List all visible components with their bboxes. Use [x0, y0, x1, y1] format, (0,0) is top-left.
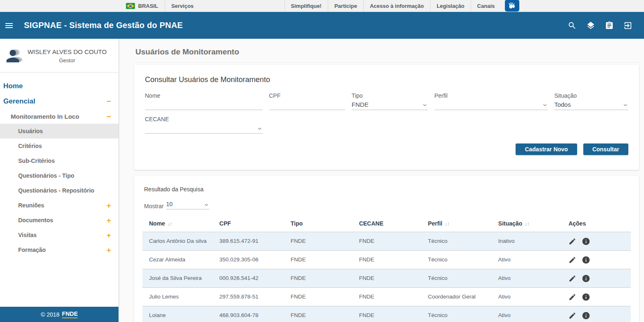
sidebar-item[interactable]: Questionários - Tipo	[0, 168, 118, 183]
chevron-down-icon	[257, 126, 263, 132]
chevron-down-icon	[204, 202, 209, 208]
gov-link[interactable]: Simplifique!	[284, 0, 328, 12]
expand-toggle-icon: −	[107, 113, 111, 120]
cell-nome: Cezar Almeida	[142, 251, 213, 269]
page-size-select[interactable]: 10	[166, 201, 209, 209]
info-icon[interactable]	[582, 256, 590, 264]
show-label: Mostrar	[144, 203, 163, 209]
logout-icon[interactable]	[623, 21, 632, 30]
column-label: Nome	[149, 220, 165, 227]
vlibras-accessibility-button[interactable]	[505, 0, 519, 12]
situacao-select[interactable]: Situação Todos	[554, 92, 628, 110]
sidebar-footer: © 2018 FNDE	[0, 307, 118, 322]
perfil-label: Perfil	[434, 92, 548, 100]
info-icon[interactable]	[582, 274, 590, 283]
sidebar-item[interactable]: Critérios	[0, 139, 118, 153]
sidebar-item[interactable]: Documentos +	[0, 213, 118, 228]
cpf-label: CPF	[269, 92, 345, 100]
cell-cpf: 297.559.878-51	[213, 288, 284, 306]
sidebar-item[interactable]: Reuniões +	[0, 198, 118, 213]
brasil-gov-link[interactable]: BRASIL	[125, 0, 165, 12]
situacao-value: Todos	[554, 101, 571, 108]
sort-icon[interactable]: ↓↑	[168, 221, 172, 227]
column-header[interactable]: CPF↓↑	[213, 215, 284, 232]
sidebar-item[interactable]: Questionários - Repositório	[0, 183, 118, 198]
app-title: SIGPNAE - Sistema de Gestão do PNAE	[24, 21, 183, 30]
sidebar-item[interactable]: Sub-Critérios	[0, 153, 118, 168]
column-header[interactable]: Perfil↓↑	[421, 215, 491, 232]
edit-icon[interactable]	[568, 237, 576, 245]
fnde-link[interactable]: FNDE	[62, 310, 78, 318]
sidebar-item[interactable]: Monitoramento In Loco −	[0, 109, 118, 124]
menu-icon[interactable]	[4, 21, 14, 31]
app-header: SIGPNAE - Sistema de Gestão do PNAE	[0, 12, 644, 39]
tipo-select[interactable]: Tipo FNDE	[352, 92, 428, 110]
info-icon[interactable]	[582, 311, 590, 320]
layers-icon[interactable]	[586, 21, 595, 30]
user-avatar-icon	[3, 47, 22, 66]
cadastrar-novo-button[interactable]: Cadastrar Novo	[516, 143, 577, 155]
consultar-button[interactable]: Consultar	[583, 143, 628, 155]
cell-tipo: FNDE	[284, 232, 353, 251]
cecane-label: CECANE	[145, 116, 263, 123]
nome-field[interactable]: Nome	[145, 92, 263, 110]
sort-icon[interactable]: ↓↑	[525, 221, 529, 227]
info-icon[interactable]	[582, 237, 590, 246]
sidebar-item[interactable]: Visitas +	[0, 228, 118, 242]
results-table: Nome↓↑ CPF↓↑ Tipo↓↑ CEC	[142, 215, 631, 322]
gov-link[interactable]: Serviços	[165, 0, 200, 12]
column-header[interactable]: Ações↓↑	[562, 215, 631, 232]
cecane-select[interactable]: CECANE	[145, 116, 263, 134]
edit-icon[interactable]	[568, 275, 576, 282]
chevron-down-icon	[623, 102, 628, 108]
column-label: Perfil	[428, 220, 442, 227]
sidebar-item[interactable]: Usuários	[0, 124, 118, 139]
search-card: Consultar Usuários de Monitoramento Nome…	[134, 65, 639, 170]
search-icon[interactable]	[568, 21, 577, 30]
cell-situacao: Inativo	[492, 232, 562, 251]
nome-label: Nome	[145, 92, 263, 100]
sidebar-item-label: Reuniões	[18, 202, 44, 209]
cell-cpf: 350.029.305-06	[213, 251, 284, 269]
sort-icon[interactable]: ↓↑	[445, 221, 449, 227]
cell-situacao: Ativo	[492, 251, 562, 269]
cell-perfil: Técnico	[421, 306, 491, 322]
results-card: Resultado da Pesquisa Mostrar 10	[134, 176, 639, 322]
tipo-value: FNDE	[352, 101, 369, 108]
column-label: Tipo	[291, 220, 303, 227]
gov-link[interactable]: Acesso à informação	[363, 0, 430, 12]
sidebar-item[interactable]: Home	[0, 78, 118, 94]
column-header[interactable]: Situação↓↑	[492, 215, 562, 232]
cell-tipo: FNDE	[284, 288, 353, 306]
sidebar-item-label: Critérios	[18, 143, 42, 149]
cpf-field[interactable]: CPF	[269, 92, 345, 110]
gov-link[interactable]: Participe	[328, 0, 363, 12]
table-row: Cezar Almeida 350.029.305-06 FNDE FNDE T…	[142, 251, 631, 269]
column-header[interactable]: Nome↓↑	[142, 215, 213, 232]
brazil-flag-icon	[126, 3, 135, 9]
edit-icon[interactable]	[568, 256, 576, 264]
cell-nome: José da Silva Pereira	[142, 269, 213, 288]
cell-cecane: FNDE	[353, 232, 421, 251]
clipboard-icon[interactable]	[605, 21, 614, 30]
gov-link[interactable]: Canais	[471, 0, 501, 12]
gov-link[interactable]: Legislação	[430, 0, 471, 12]
column-header[interactable]: Tipo↓↑	[284, 215, 353, 232]
sidebar-item-label: Questionários - Repositório	[18, 187, 94, 194]
sidebar: WISLEY ALVES DO COUTO Gestor Home Gerenc…	[0, 39, 119, 322]
perfil-select[interactable]: Perfil	[434, 92, 548, 110]
column-label: Ações	[568, 220, 586, 227]
cell-perfil: Técnico	[421, 269, 491, 288]
table-row: Carlos Antônio Da silva 389.615.472-91 F…	[142, 232, 631, 251]
cell-cecane: FNDE	[353, 288, 421, 306]
gov-brand-label: BRASIL	[138, 3, 158, 9]
sidebar-item-label: Formação	[18, 247, 46, 253]
sidebar-item[interactable]: Gerencial −	[0, 94, 118, 109]
expand-toggle-icon: +	[107, 246, 111, 254]
column-header[interactable]: CECANE↓↑	[353, 215, 421, 232]
info-icon[interactable]	[582, 293, 590, 301]
edit-icon[interactable]	[568, 293, 576, 301]
sidebar-item[interactable]: Formação +	[0, 242, 118, 257]
cell-situacao: Ativo	[492, 269, 562, 288]
edit-icon[interactable]	[568, 312, 576, 320]
